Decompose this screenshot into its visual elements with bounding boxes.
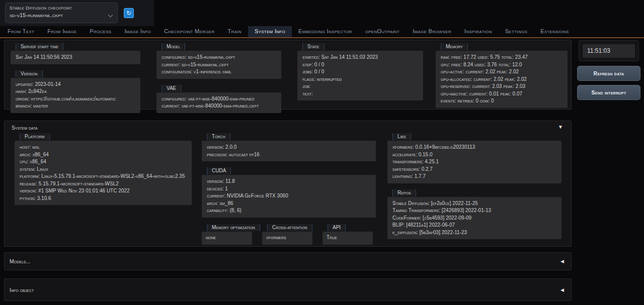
api-label: API	[328, 224, 346, 231]
tab-system-info[interactable]: System Info	[248, 26, 292, 37]
version-content: updated: 2023-01-14hash: 2d942eaorigin: …	[11, 78, 140, 113]
info-line: platform: Linux-5.15.79.1-microsoft-stan…	[20, 173, 187, 180]
info-line: text:	[302, 90, 418, 98]
info-line: transformers: 4.25.1	[392, 158, 556, 166]
cross-attention-label: Cross-attention	[267, 224, 312, 231]
server-start-time-column: Server start time Sat Jan 14 11:50:56 20…	[11, 41, 140, 117]
info-line: safetensors: 0.2.7	[392, 166, 556, 173]
info-object-accordion-header[interactable]: Info object ◀	[4, 278, 572, 301]
vae-label: VAE	[162, 85, 181, 92]
platform-content: host: wslarch: x86_64cpu: x86_64system: …	[15, 141, 192, 205]
version-label: Version	[16, 70, 43, 77]
tab-image-info[interactable]: Image Info	[118, 26, 158, 37]
tabbar-accent-line	[0, 37, 644, 38]
info-line: k_diffusion: [5b3af03] 2022-11-23	[392, 229, 556, 237]
model-content: configured: sd-v15-runwayml.ckptcurrent:…	[156, 51, 281, 79]
memory-content: ram: free: 17.72 used: 5.75 total: 23.47…	[436, 51, 568, 108]
tab-inspiration[interactable]: Inspiration	[458, 26, 499, 37]
torch-label: Torch	[207, 133, 230, 140]
triangle-down-icon[interactable]: ▼	[558, 124, 563, 130]
clock-panel: 11:51:03	[579, 40, 639, 61]
info-line: host: wsl	[20, 144, 187, 151]
cuda-label: CUDA	[207, 167, 231, 174]
tab-from-text[interactable]: From Text	[1, 26, 41, 37]
checkpoint-dropdown[interactable]: Stable Diffusion checkpoint sd-v15-runwa…	[5, 3, 118, 23]
info-line: Stable Diffusion: [ef2b0ce] 2022-11-25	[392, 200, 556, 208]
memory-optimization-section: Memory optimization none	[202, 222, 252, 245]
info-line: True	[327, 234, 369, 242]
tab-openoutpaint[interactable]: openOutpaint	[359, 26, 406, 37]
libs-label: Libs	[392, 133, 411, 140]
version-section: Version updated: 2023-01-14hash: 2d942ea…	[11, 68, 140, 113]
tab-from-image[interactable]: From Image	[41, 26, 83, 37]
info-line: capability: (8, 6)	[207, 207, 371, 215]
info-line: current: NVIDIA GeForce RTX 3060	[207, 192, 371, 200]
info-line: lightning: 1.7.7	[392, 173, 556, 180]
server-start-time-label: Server start time	[16, 43, 63, 50]
repos-content: Stable Diffusion: [ef2b0ce] 2022-11-25Ta…	[387, 197, 561, 240]
info-line: ram: free: 17.72 used: 5.75 total: 23.47	[441, 54, 562, 61]
info-line: CodeFormer: [c5b4593] 2022-09-09	[392, 215, 556, 222]
system-data-panel: System data ▼ Platform host: wslarch: x8…	[4, 121, 572, 247]
info-line: branch: master	[16, 103, 135, 110]
info-line: Sat Jan 14 11:50:56 2023	[16, 54, 135, 61]
model-column: Model configured: sd-v15-runwayml.ckptcu…	[156, 41, 281, 117]
info-line: current: vae-ft-mse-840000-ema-pruned.ck…	[162, 103, 276, 110]
model-label: Model	[162, 43, 185, 50]
status-panel: Server start time Sat Jan 14 11:50:56 20…	[4, 40, 572, 110]
memory-section: Memory ram: free: 17.72 used: 5.75 total…	[436, 41, 568, 108]
tab-extensions[interactable]: Extensions	[534, 26, 576, 37]
info-line: flags: interrupted	[302, 76, 418, 83]
server-start-time-content: Sat Jan 14 11:50:56 2023	[11, 51, 140, 64]
send-interrupt-button[interactable]: Send interrupt	[577, 85, 640, 100]
info-line: step: 0 / 0	[302, 61, 418, 69]
info-line: xformers	[266, 234, 308, 242]
platform-column: Platform host: wslarch: x86_64cpu: x86_6…	[15, 131, 192, 209]
info-line: events: retries: 0 oom: 0	[441, 97, 562, 105]
info-line: configured: sd-v15-runwayml.ckpt	[162, 54, 276, 61]
info-line: configured: vae-ft-mse-840000-ema-pruned	[162, 95, 276, 103]
main-tabbar: From TextFrom ImageProcessImage InfoChec…	[0, 26, 644, 37]
info-line: gpu-reserved: current: 2.03 peak: 2.03	[441, 83, 562, 90]
info-line: release: 5.15.79.1-microsoft-standard-WS…	[20, 180, 187, 188]
clock-field[interactable]: 11:51:03	[583, 44, 635, 58]
tab-process[interactable]: Process	[83, 26, 118, 37]
tab-checkpoint-merger[interactable]: Checkpoint Merger	[157, 26, 221, 37]
torch-column: Torch version: 2.0.0precision: autocast …	[202, 131, 376, 245]
refresh-data-button[interactable]: Refresh data	[577, 66, 640, 81]
refresh-checkpoint-button[interactable]: ↻	[124, 8, 134, 18]
cuda-content: version: 11.8devices: 1current: NVIDIA G…	[202, 175, 376, 218]
memory-optimization-label: Memory optimization	[207, 224, 260, 231]
tab-train[interactable]: Train	[221, 26, 248, 37]
platform-section: Platform host: wslarch: x86_64cpu: x86_6…	[15, 131, 192, 205]
state-label: State	[302, 43, 325, 50]
system-data-accordion-header[interactable]: System data	[12, 125, 38, 131]
info-line: version: 11.8	[207, 178, 371, 185]
info-line: job:	[302, 83, 418, 90]
tab-image-browser[interactable]: Image Browser	[406, 26, 458, 37]
torch-section: Torch version: 2.0.0precision: autocast …	[202, 131, 376, 161]
vae-content: configured: vae-ft-mse-840000-ema-pruned…	[156, 92, 281, 113]
model-section: Model configured: sd-v15-runwayml.ckptcu…	[156, 41, 281, 79]
info-line: version: #1 SMP Wed Nov 23 01:01:46 UTC …	[20, 187, 187, 195]
refresh-icon: ↻	[126, 10, 131, 17]
info-line: gpu-inactive: current: 0.01 peak: 0.07	[441, 90, 562, 98]
cross-attention-value: xformers	[262, 232, 312, 245]
info-line: origin: https://github.com/vladmandic/au…	[16, 95, 135, 103]
state-column: State started: Sat Jan 14 11:51:03 2023s…	[297, 41, 423, 105]
info-line: Taming Transformers: [2426893] 2022-01-1…	[392, 207, 556, 215]
models-accordion-header[interactable]: Models... ◀	[4, 252, 572, 270]
tab-embedding-inspector[interactable]: Embedding Inspector	[292, 26, 359, 37]
info-line: python: 3.10.6	[20, 195, 187, 202]
triangle-left-icon: ◀	[560, 287, 564, 292]
models-accordion-label: Models...	[10, 258, 30, 264]
tab-settings[interactable]: Settings	[499, 26, 534, 37]
triangle-left-icon: ◀	[560, 259, 564, 264]
options-row: Memory optimization none Cross-attention…	[202, 222, 376, 245]
info-line: BLIP: [48211a1] 2022-06-07	[392, 222, 556, 229]
info-line: gpu: free: 8.24 used: 3.76 total: 12.0	[441, 61, 562, 69]
info-line: updated: 2023-01-14	[16, 81, 135, 88]
info-object-accordion-label: Info object	[10, 287, 34, 293]
memory-column: Memory ram: free: 17.72 used: 5.75 total…	[436, 41, 568, 112]
info-line: arch: x86_64	[20, 151, 187, 159]
